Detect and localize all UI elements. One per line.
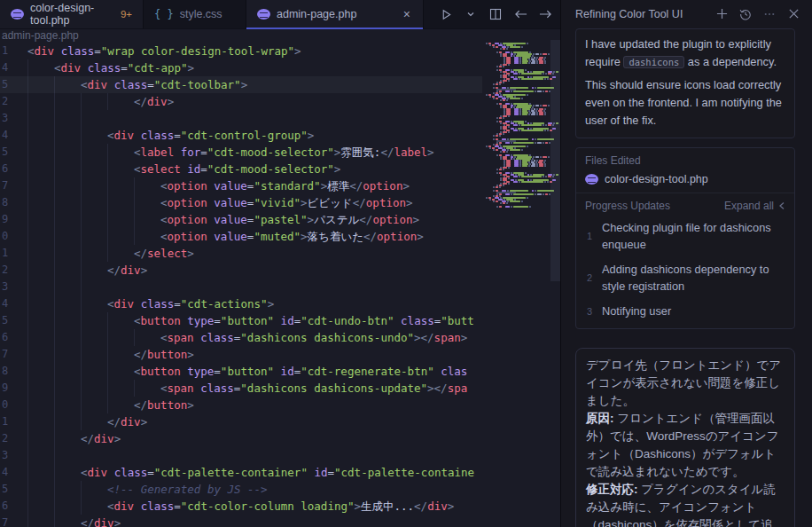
progress-header: Progress Updates Expand all [585, 200, 785, 212]
minimap-token [513, 90, 534, 92]
code-line-content: <option value="muted">落ち着いた</option> [13, 228, 424, 245]
indent-guide [81, 177, 107, 194]
panel-header: Refining Color Tool UI [561, 0, 812, 28]
minimap-token [505, 142, 510, 144]
code-token: > [301, 230, 308, 243]
edited-file-row[interactable]: color-design-tool.php [585, 173, 785, 185]
code-token: div [88, 466, 108, 479]
code-line-content: <!-- Generated by JS --> [13, 481, 268, 498]
code-token: option [366, 196, 406, 209]
minimap-token [545, 124, 547, 126]
code-token: 落ち着いた [308, 230, 363, 243]
code-line-content [13, 447, 81, 464]
code-token: </ [134, 398, 147, 412]
minimap-token [535, 156, 539, 158]
minimap-token [500, 106, 502, 108]
code-area[interactable]: 1<div class="wrap color-design-tool-wrap… [0, 43, 560, 527]
minimap-token [540, 105, 542, 106]
indent-guide [54, 498, 81, 515]
code-token: clas [441, 365, 467, 378]
minimap-token [521, 98, 523, 99]
tab-admin-page[interactable]: admin-page.php × [246, 0, 424, 28]
minimap-token [522, 114, 527, 115]
navigate-back-button[interactable] [511, 4, 530, 24]
indent-guide [54, 127, 81, 144]
minimap-token [486, 146, 488, 147]
answer-label-fix: 修正対応: [586, 483, 638, 496]
indent-guide [27, 295, 54, 312]
minimap-token [511, 165, 513, 167]
indent-guide [81, 127, 107, 144]
code-lines[interactable]: 1<div class="wrap color-design-tool-wrap… [0, 43, 482, 527]
indent-guide [107, 228, 134, 245]
indent-guide [81, 93, 107, 110]
code-token: "wrap color-design-tool-wrap" [101, 44, 294, 58]
tab-label: color-design-tool.php [30, 2, 113, 27]
code-token [54, 44, 61, 58]
code-token: = [147, 466, 154, 479]
run-button[interactable] [436, 4, 456, 24]
minimap-token [493, 87, 495, 89]
minimap-token [545, 176, 547, 177]
indent-guide [81, 144, 107, 161]
indent-guide [54, 380, 81, 397]
expand-all-button[interactable]: Expand all [724, 200, 785, 212]
code-token: "cdt-color-column loading" [181, 499, 355, 513]
split-editor-button[interactable] [486, 4, 505, 24]
minimap[interactable] [484, 43, 558, 208]
tab-color-design-tool[interactable]: color-design-tool.php 9+ [0, 0, 144, 28]
navigate-forward-button[interactable] [535, 4, 555, 24]
minimap-token [496, 121, 498, 122]
code-token: value [214, 213, 247, 226]
close-panel-button[interactable] [785, 6, 801, 22]
minimap-token [500, 55, 502, 57]
editor-scrollbar[interactable] [550, 40, 560, 281]
code-line: 0</button> [0, 397, 482, 413]
progress-item[interactable]: 1 Checking plugin file for dashicons enq… [585, 219, 785, 253]
inline-code-chip: dashicons [623, 56, 684, 68]
code-token: span [168, 381, 194, 395]
minimap-token [500, 158, 502, 160]
code-line: 8<option value="vivid">ビビッド</option> [0, 194, 482, 211]
line-number: 3 [0, 110, 13, 127]
minimap-token [503, 99, 505, 101]
minimap-token [537, 193, 542, 195]
minimap-token [513, 142, 534, 144]
indent-guide [54, 228, 81, 245]
progress-item[interactable]: 2 Adding dashicons dependency to style r… [585, 261, 785, 295]
code-token: "cdt-control-group" [181, 129, 308, 142]
minimap-token [543, 142, 544, 144]
code-line: 2</div> [0, 262, 482, 279]
minimap-token [489, 199, 491, 201]
code-line-content: </div> [13, 262, 147, 279]
close-tab-icon[interactable]: × [402, 6, 412, 22]
php-icon [257, 9, 270, 20]
minimap-token [500, 99, 502, 101]
code-token: class [114, 78, 148, 91]
minimap-token [506, 48, 508, 50]
code-line-content: </select> [13, 245, 194, 262]
minimap-token [528, 114, 530, 115]
tab-style-css[interactable]: { } style.css [144, 0, 246, 28]
code-token: class [88, 61, 121, 75]
progress-item[interactable]: 3 Notifying user [585, 303, 785, 319]
code-token: class [401, 314, 434, 327]
run-dropdown-chevron-icon[interactable] [461, 4, 480, 24]
minimap-token [510, 201, 520, 202]
minimap-line [484, 190, 558, 192]
panel-more-button[interactable] [761, 6, 777, 22]
minimap-token [548, 53, 550, 55]
new-chat-button[interactable] [714, 6, 730, 22]
history-button[interactable] [738, 6, 753, 22]
code-line: 1</select> [0, 245, 482, 262]
code-token: option [377, 230, 417, 243]
code-line-content: </div> [13, 413, 147, 430]
code-token: class [141, 499, 175, 513]
minimap-token [496, 154, 498, 156]
code-token [274, 314, 281, 327]
code-token: > [354, 499, 361, 513]
breadcrumb[interactable]: admin-page.php [0, 29, 560, 43]
minimap-token [499, 186, 501, 188]
progress-item-text: Checking plugin file for dashicons enque… [602, 219, 785, 253]
code-token: </ [134, 95, 147, 108]
